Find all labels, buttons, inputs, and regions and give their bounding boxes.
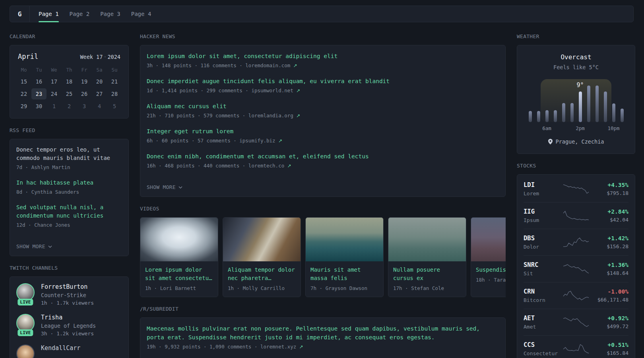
calendar-day: 27 <box>92 88 107 99</box>
stock-ticker: CRN <box>524 288 560 295</box>
calendar-day: 30 <box>31 101 47 112</box>
reddit-post-meta: 19h · 9,932 points · 1,090 comments · lo… <box>147 343 499 350</box>
stock-row[interactable]: AETAmet +0.92%$499.72 <box>524 309 628 335</box>
stock-name: Consectetur <box>524 350 560 356</box>
video-card[interactable]: Lorem ipsum dolor sit amet consectetu… 1… <box>140 217 218 297</box>
video-thumbnail[interactable] <box>471 218 506 261</box>
video-card[interactable]: Nullam posuere cursus ex 17h · Stefan Co… <box>388 217 466 297</box>
calendar-header: April Week 17·2024 <box>16 52 122 63</box>
stock-name: Amet <box>524 324 560 330</box>
video-title[interactable]: Nullam posuere cursus ex <box>393 266 461 282</box>
weather-bar <box>601 86 609 122</box>
rss-show-more-button[interactable]: SHOW MORE <box>16 243 52 249</box>
app-logo[interactable]: G <box>10 6 30 22</box>
stock-price: $165.84 <box>592 350 628 356</box>
weather-bar <box>559 86 568 122</box>
stock-ticker: SNRC <box>524 261 560 268</box>
hn-item-title[interactable]: Donec enim nibh, condimentum et accumsan… <box>147 152 499 161</box>
video-thumbnail[interactable] <box>388 218 466 261</box>
tab-page-4[interactable]: Page 4 <box>131 6 151 22</box>
video-thumbnail[interactable] <box>306 218 383 261</box>
calendar-section-label: CALENDAR <box>10 33 129 39</box>
hn-item: Integer eget rutrum lorem 6h · 60 points… <box>147 127 499 144</box>
tab-page-2[interactable]: Page 2 <box>70 6 90 22</box>
hn-show-more-button[interactable]: SHOW MORE <box>147 184 182 190</box>
video-title[interactable]: Lorem ipsum dolor sit amet consectetu… <box>145 266 213 282</box>
weather-bar <box>534 86 543 122</box>
calendar-day: 4 <box>92 101 107 112</box>
stock-sparkline <box>563 210 590 221</box>
hn-item-title[interactable]: Aliquam nec cursus elit <box>147 102 499 111</box>
weather-location: Prague, Czechia <box>526 138 626 145</box>
stock-price: $499.72 <box>592 323 628 329</box>
weather-bar <box>543 86 551 122</box>
weekday-label: We <box>47 63 62 76</box>
channel-name[interactable]: ForrestBurton <box>41 283 94 290</box>
channel-info: Trisha League of Legends 3h · 1.2k viewe… <box>41 314 96 337</box>
stock-row[interactable]: CRNBitcorn -1.00%$66,171.48 <box>524 282 628 309</box>
hn-item-title[interactable]: Lorem ipsum dolor sit amet, consectetur … <box>147 52 499 60</box>
stock-change: +0.51% <box>592 342 628 348</box>
tab-page-1[interactable]: Page 1 <box>39 6 59 22</box>
tab-page-3[interactable]: Page 3 <box>100 6 120 22</box>
video-card[interactable]: Aliquam tempor dolor nec pharetra… 1h · … <box>223 217 301 297</box>
stock-ticker: AET <box>524 315 560 322</box>
hn-item-meta: 3h · 148 points · 116 comments · loremdo… <box>147 62 499 69</box>
stock-sparkline <box>563 344 590 354</box>
stock-change: +0.92% <box>592 315 628 321</box>
external-link-icon: ↗ <box>299 344 303 350</box>
weather-section-label: WEATHER <box>517 33 635 39</box>
stock-row[interactable]: IIGIpsum +2.84%$42.04 <box>524 202 628 229</box>
rss-item-meta: 12d · Chance Jones <box>16 222 122 229</box>
video-title[interactable]: Mauris sit amet massa felis <box>310 266 378 282</box>
weather-hourly-chart: 9° 6am2pm10pm <box>526 79 626 132</box>
calendar-day: 21 <box>107 76 122 87</box>
stock-row[interactable]: CCSConsectetur +0.51%$165.84 <box>524 335 628 358</box>
channel-name[interactable]: KendallCarr <box>41 344 80 352</box>
twitch-channel[interactable]: LIVE ForrestBurton Counter-Strike 1h · 1… <box>16 283 122 306</box>
stock-name: Ipsum <box>524 217 560 223</box>
reddit-post-title[interactable]: Maecenas mollis pulvinar erat non posuer… <box>147 324 499 342</box>
hn-item-title[interactable]: Donec imperdiet augue tincidunt felis al… <box>147 77 499 86</box>
stock-ticker: IIG <box>524 208 560 215</box>
rss-item-title[interactable]: In hac habitasse platea <box>16 179 122 187</box>
location-pin-icon <box>548 139 553 144</box>
stock-price: $156.28 <box>592 243 628 249</box>
stock-price: $66,171.48 <box>592 297 628 303</box>
video-card[interactable]: Mauris sit amet massa felis 7h · Grayson… <box>305 217 384 297</box>
hn-item-title[interactable]: Integer eget rutrum lorem <box>147 127 499 136</box>
external-link-icon: ↗ <box>296 88 300 93</box>
rss-item-title[interactable]: Sed volutpat nulla nisl, a condimentum n… <box>16 203 122 220</box>
reddit-widget: /R/SUBREDDIT Maecenas mollis pulvinar er… <box>140 306 506 358</box>
external-link-icon: ↗ <box>293 63 297 68</box>
video-card[interactable]: Suspendisse diam 18h · Tara <box>471 217 506 297</box>
calendar-day: 3 <box>77 101 92 112</box>
stock-row[interactable]: SNRCSit +1.36%$148.64 <box>524 255 628 282</box>
weather-bar <box>568 86 576 122</box>
external-link-icon: ↗ <box>278 138 282 144</box>
stock-row[interactable]: DBSDolor +1.42%$156.28 <box>524 229 628 255</box>
hacker-news-card: Lorem ipsum dolor sit amet, consectetur … <box>140 45 506 197</box>
rss-item-title[interactable]: Donec tempor eros leo, ut commodo mauris… <box>16 146 122 162</box>
stock-row[interactable]: LDILorem +4.35%$795.18 <box>524 176 628 202</box>
videos-section-label: VIDEOS <box>140 206 506 212</box>
weekday-label: Th <box>62 63 77 76</box>
twitch-channel[interactable]: LIVE Trisha League of Legends 3h · 1.2k … <box>16 314 122 337</box>
calendar-day: 28 <box>107 88 122 99</box>
twitch-channel[interactable]: KendallCarr <box>16 344 122 358</box>
video-thumbnail[interactable] <box>140 218 218 261</box>
calendar-day: 26 <box>77 88 92 99</box>
weather-bar <box>551 86 559 122</box>
video-title[interactable]: Suspendisse diam <box>476 266 506 274</box>
stock-change: +2.84% <box>592 208 628 215</box>
stock-name: Sit <box>524 270 560 276</box>
hn-item-meta: 6h · 60 points · 57 comments · ipsumify.… <box>147 137 499 144</box>
channel-name[interactable]: Trisha <box>41 314 96 321</box>
video-title[interactable]: Aliquam tempor dolor nec pharetra… <box>228 266 296 282</box>
channel-info: KendallCarr <box>41 344 80 358</box>
stock-sparkline <box>563 184 590 194</box>
stocks-section-label: STOCKS <box>517 163 635 169</box>
video-thumbnail[interactable] <box>223 218 301 261</box>
external-link-icon: ↗ <box>287 163 291 169</box>
hn-item: Donec enim nibh, condimentum et accumsan… <box>147 152 499 169</box>
